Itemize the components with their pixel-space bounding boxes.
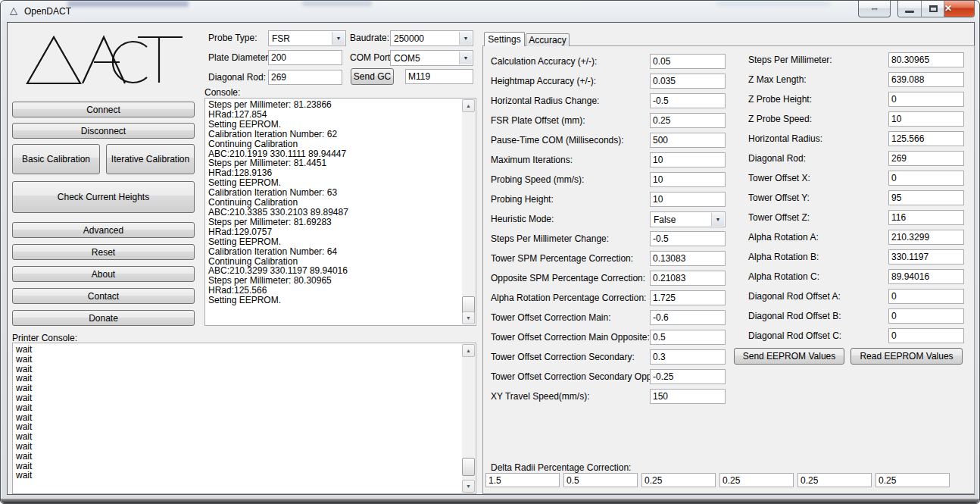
horizontal-radius-input[interactable] <box>888 131 964 146</box>
console-text: Steps per Millimeter: 81.23866 HRad:127.… <box>206 99 462 324</box>
xy-travel-speed-input[interactable] <box>650 389 726 404</box>
heightmap-accuracy-input[interactable] <box>650 74 726 89</box>
printer-console-output[interactable]: wait wait wait wait wait wait wait wait … <box>12 343 476 494</box>
tower-spm-correction-input[interactable] <box>650 251 726 266</box>
com-port-select[interactable]: COM5 ▼ <box>390 50 473 66</box>
tower-offset-main-input[interactable] <box>650 310 726 325</box>
z-max-length-input[interactable] <box>888 72 964 87</box>
fsr-plate-offset-input[interactable] <box>650 113 726 128</box>
calculation-accuracy-input[interactable] <box>650 54 726 69</box>
window-bottom-edge <box>1 499 979 503</box>
donate-button[interactable]: Donate <box>12 310 195 326</box>
resize-button[interactable]: ⇔ <box>858 1 891 17</box>
maximize-button[interactable] <box>921 1 944 17</box>
tab-settings[interactable]: Settings <box>484 32 525 46</box>
close-button[interactable]: ✕ <box>944 1 974 17</box>
calculation-accuracy-label: Calculation Accuracy (+/-): <box>491 54 597 69</box>
console-scrollbar[interactable]: ▲ ▼ <box>462 99 475 324</box>
dact-logo <box>26 35 185 85</box>
tower-offset-secondary-input[interactable] <box>650 349 726 365</box>
alpha-rotation-a-label: Alpha Rotation A: <box>748 230 819 245</box>
heuristic-mode-select[interactable]: False ▼ <box>650 211 726 227</box>
tower-offset-y-input[interactable] <box>888 190 964 205</box>
plate-diameter-input[interactable] <box>268 50 342 65</box>
titlebar[interactable]: △ OpenDACT ⇔ ✕ <box>1 1 979 22</box>
alpha-rotation-c-input[interactable] <box>888 269 964 284</box>
horizontal-radius-label: Horizontal Radius: <box>748 131 822 146</box>
disconnect-button[interactable]: Disconnect <box>12 123 195 139</box>
chevron-down-icon[interactable]: ▼ <box>459 32 472 45</box>
steps-per-millimeter-input[interactable] <box>888 52 964 67</box>
alpha-rotation-a-input[interactable] <box>888 230 964 245</box>
tab-control: Settings Accuracy Calculation Accuracy (… <box>482 32 976 494</box>
diagonal-rod-offset-c-label: Diagonal Rod Offset C: <box>748 328 841 343</box>
tower-offset-y-label: Tower Offset Y: <box>748 190 810 205</box>
reset-button[interactable]: Reset <box>12 244 195 260</box>
delta-radii-input-1[interactable] <box>485 473 560 487</box>
alpha-rotation-b-label: Alpha Rotation B: <box>748 249 819 265</box>
glass-artifact <box>302 1 372 6</box>
connect-button[interactable]: Connect <box>12 102 195 117</box>
tab-accuracy[interactable]: Accuracy <box>526 33 570 46</box>
maximum-iterations-input[interactable] <box>650 152 726 167</box>
probing-speed-input[interactable] <box>650 172 726 187</box>
baudrate-select[interactable]: 250000 ▼ <box>390 30 473 46</box>
printer-console-scroll-thumb[interactable] <box>462 458 475 476</box>
send-gc-button[interactable]: Send GC <box>351 68 394 85</box>
delta-radii-input-4[interactable] <box>719 473 794 487</box>
delta-radii-input-3[interactable] <box>641 473 716 487</box>
maximum-iterations-label: Maximum Iterations: <box>491 152 573 167</box>
send-eeprom-values-button[interactable]: Send EEPROM Values <box>734 348 844 365</box>
gcode-input[interactable] <box>405 69 473 84</box>
scroll-down-icon[interactable]: ▼ <box>462 311 475 324</box>
chevron-down-icon[interactable]: ▼ <box>711 213 724 226</box>
com-port-label: COM Port: <box>350 50 393 65</box>
steps-per-mm-change-input[interactable] <box>650 231 726 246</box>
z-probe-height-input[interactable] <box>888 92 964 107</box>
minimize-button[interactable] <box>898 1 921 17</box>
probe-type-select[interactable]: FSR ▼ <box>268 30 346 46</box>
read-eeprom-values-button[interactable]: Read EEPROM Values <box>850 348 963 365</box>
tower-offset-secondary-opp-input[interactable] <box>650 369 726 384</box>
window-title: OpenDACT <box>24 6 71 17</box>
diagonal-rod-eeprom-input[interactable] <box>888 151 964 166</box>
opposite-spm-correction-input[interactable] <box>650 271 726 286</box>
tower-offset-z-label: Tower Offset Z: <box>748 210 810 225</box>
chevron-down-icon[interactable]: ▼ <box>332 32 345 45</box>
diagonal-rod-offset-a-input[interactable] <box>888 289 964 304</box>
plate-diameter-label: Plate Diameter: <box>208 50 271 65</box>
printer-console-scrollbar[interactable]: ▲ ▼ <box>462 344 475 493</box>
diagonal-rod-input[interactable] <box>268 70 342 85</box>
delta-radii-input-2[interactable] <box>563 473 638 487</box>
check-current-heights-button[interactable]: Check Current Heights <box>12 181 195 213</box>
probing-height-input[interactable] <box>650 192 726 207</box>
pause-time-com-input[interactable] <box>650 133 726 148</box>
chevron-down-icon[interactable]: ▼ <box>459 52 472 64</box>
scroll-up-icon[interactable]: ▲ <box>462 99 475 112</box>
scroll-up-icon[interactable]: ▲ <box>462 344 475 357</box>
z-probe-speed-input[interactable] <box>888 111 964 127</box>
app-icon: △ <box>10 5 17 16</box>
tower-offset-x-input[interactable] <box>888 171 964 186</box>
fsr-plate-offset-label: FSR Plate Offset (mm): <box>491 113 585 128</box>
iterative-calibration-button[interactable]: Iterative Calibration <box>106 144 195 174</box>
console-output[interactable]: Steps per Millimeter: 81.23866 HRad:127.… <box>204 98 476 326</box>
delta-radii-input-6[interactable] <box>875 473 950 487</box>
advanced-button[interactable]: Advanced <box>12 222 195 238</box>
diagonal-rod-offset-c-input[interactable] <box>888 328 964 343</box>
probing-speed-label: Probing Speed (mm/s): <box>491 172 584 187</box>
tower-offset-z-input[interactable] <box>888 210 964 225</box>
delta-radii-input-5[interactable] <box>797 473 872 487</box>
tower-offset-secondary-opp-label: Tower Offset Correction Secondary Opp: <box>491 369 654 384</box>
tower-offset-main-opposite-input[interactable] <box>650 330 726 345</box>
alpha-rotation-b-input[interactable] <box>888 249 964 265</box>
horizontal-radius-change-input[interactable] <box>650 93 726 108</box>
diagonal-rod-offset-b-input[interactable] <box>888 308 964 324</box>
basic-calibration-button[interactable]: Basic Calibration <box>12 144 100 174</box>
alpha-rotation-correction-input[interactable] <box>650 290 726 305</box>
about-button[interactable]: About <box>12 266 195 282</box>
contact-button[interactable]: Contact <box>12 288 195 304</box>
tower-offset-main-label: Tower Offset Correction Main: <box>491 310 611 325</box>
scroll-down-icon[interactable]: ▼ <box>462 480 475 493</box>
tower-spm-correction-label: Tower SPM Percentage Correction: <box>491 251 633 266</box>
